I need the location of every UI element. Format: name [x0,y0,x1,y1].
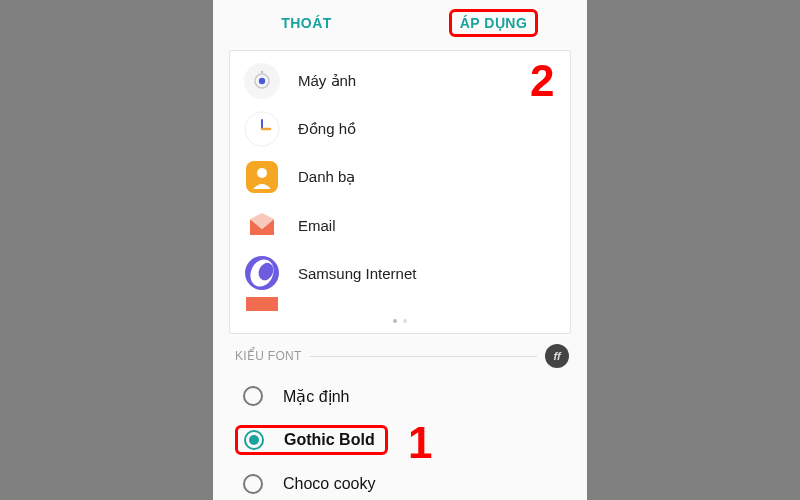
callout-2: 2 [530,56,554,106]
font-label: Mặc định [283,387,349,406]
radio-unchecked-icon [243,474,263,494]
svg-point-3 [261,71,263,73]
exit-button[interactable]: THOÁT [213,15,400,31]
radio-checked-icon [244,430,264,450]
font-label: Choco cooky [283,475,376,493]
highlight-box: Gothic Bold [235,425,388,455]
svg-point-2 [259,78,265,84]
app-row-browser[interactable]: Samsung Internet [230,249,570,297]
page-indicator [230,319,570,323]
pager-dot-active [393,319,397,323]
radio-unchecked-icon [243,386,263,406]
apply-button[interactable]: ÁP DỤNG [449,9,539,37]
pager-dot [403,319,407,323]
app-label: Máy ảnh [298,72,356,90]
callout-1: 1 [408,418,432,468]
header-bar: THOÁT ÁP DỤNG [213,0,587,46]
section-title: KIỂU FONT [235,349,302,363]
divider [310,356,537,357]
camera-icon [244,63,280,99]
app-label: Đồng hồ [298,120,356,138]
app-label: Danh bạ [298,168,355,186]
clock-icon [244,111,280,147]
contacts-icon [244,159,280,195]
font-flip-icon[interactable]: ff [545,344,569,368]
app-preview-card: Máy ảnh Đồng hồ Danh bạ [229,50,571,334]
browser-icon [244,255,280,291]
app-row-clock[interactable]: Đồng hồ [230,105,570,153]
app-label: Email [298,217,336,234]
apply-button-container: ÁP DỤNG [400,9,587,37]
font-option-default[interactable]: Mặc định [243,374,571,418]
app-row-contacts[interactable]: Danh bạ [230,153,570,201]
font-option-choco[interactable]: Choco cooky [243,462,571,500]
app-row-email[interactable]: Email [230,201,570,249]
svg-rect-14 [246,297,278,311]
email-icon [244,207,280,243]
app-label: Samsung Internet [298,265,416,282]
font-section-header: KIỂU FONT ff [213,334,587,374]
svg-point-9 [257,168,267,178]
partial-icon [244,297,280,311]
font-option-gothic-bold[interactable]: Gothic Bold [243,418,571,462]
font-label: Gothic Bold [284,431,375,449]
font-list: Mặc định Gothic Bold Choco cooky [213,374,587,500]
app-row-camera[interactable]: Máy ảnh [230,57,570,105]
app-row-partial [230,297,570,311]
